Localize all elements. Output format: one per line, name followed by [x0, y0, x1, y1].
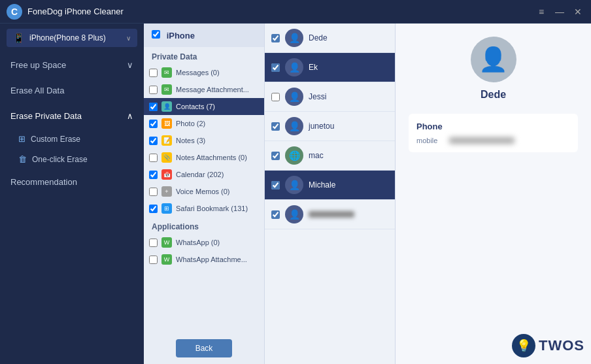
back-button[interactable]: Back [176, 339, 233, 357]
contact-ek-checkbox[interactable] [271, 63, 280, 72]
file-items-scroll: Private Data ✉ Messages (0) ✉ Message At… [144, 47, 264, 333]
chevron-down-icon: ∨ [126, 35, 131, 42]
file-panel-wrapper: iPhone Private Data ✉ Messages (0) ✉ Mes… [144, 24, 264, 364]
file-item-messages[interactable]: ✉ Messages (0) [144, 64, 264, 81]
sidebar-label: Recommendation [10, 177, 77, 187]
notes-icon: 📝 [161, 135, 172, 146]
calendar-checkbox[interactable] [149, 171, 158, 179]
safari-icon: ⊞ [161, 203, 172, 214]
voice-memos-checkbox[interactable] [149, 188, 158, 196]
voice-memos-icon: + [161, 186, 172, 197]
contact-ek-avatar: 👤 [285, 58, 303, 76]
contact-item-jessi[interactable]: 👤 Jessi [265, 82, 395, 112]
sidebar-item-erase-private[interactable]: Erase Private Data ∧ [0, 103, 144, 129]
chevron-icon: ∨ [127, 60, 133, 70]
contact-blurred-name [309, 211, 354, 218]
sidebar-item-recommendation[interactable]: Recommendation [0, 169, 144, 195]
file-panel-header: iPhone [144, 24, 264, 47]
file-item-voice-memos[interactable]: + Voice Memos (0) [144, 183, 264, 200]
contacts-panel: 👤 Dede 👤 Ek 👤 Jessi 👤 junetou [265, 24, 396, 364]
whatsapp-attachment-checkbox[interactable] [149, 256, 158, 264]
message-attachment-checkbox[interactable] [149, 86, 158, 94]
file-item-whatsapp[interactable]: W WhatsApp (0) [144, 234, 264, 251]
safari-checkbox[interactable] [149, 205, 158, 213]
detail-mobile-label: mobile [416, 137, 443, 144]
contact-michale-name: Michale [309, 180, 335, 190]
contact-junetou-checkbox[interactable] [271, 122, 280, 131]
device-name: iPhone(Phone 8 Plus) [29, 33, 121, 42]
contact-jessi-checkbox[interactable] [271, 93, 280, 101]
contact-item-mac[interactable]: 🌐 mac [265, 141, 395, 171]
grid-icon: ⊞ [18, 134, 25, 144]
contact-michale-checkbox[interactable] [271, 181, 280, 190]
contact-item-dede[interactable]: 👤 Dede [265, 24, 395, 53]
file-item-safari-bookmark[interactable]: ⊞ Safari Bookmark (131) [144, 200, 264, 217]
close-button[interactable]: ✕ [571, 5, 584, 18]
message-attachment-icon: ✉ [161, 84, 172, 95]
contact-junetou-name: junetou [309, 122, 334, 131]
sidebar-item-custom-erase[interactable]: ⊞ Custom Erase [0, 129, 144, 149]
contact-item-michale[interactable]: 👤 Michale [265, 171, 395, 200]
file-item-photo[interactable]: 🖼 Photo (2) [144, 115, 264, 132]
notes-checkbox[interactable] [149, 137, 158, 145]
file-item-notes-attachments[interactable]: 📎 Notes Attachments (0) [144, 149, 264, 166]
app-name: FoneDog iPhone Cleaner [27, 7, 535, 16]
messages-icon: ✉ [161, 67, 172, 78]
contact-ek-name: Ek [309, 63, 318, 72]
menu-button[interactable]: ≡ [535, 5, 548, 18]
main-layout: 📱 iPhone(Phone 8 Plus) ∨ Free up Space ∨… [0, 24, 591, 364]
watermark-text: TWOS [539, 337, 584, 354]
file-item-message-attachment[interactable]: ✉ Message Attachment... [144, 81, 264, 98]
title-bar: C FoneDog iPhone Cleaner ≡ — ✕ [0, 0, 591, 24]
contact-blurred-avatar: 👤 [285, 205, 303, 223]
sidebar-item-free-space[interactable]: Free up Space ∨ [0, 52, 144, 78]
sidebar-item-oneclick-erase[interactable]: 🗑 One-click Erase [0, 149, 144, 169]
file-item-whatsapp-attachment[interactable]: W WhatsApp Attachme... [144, 251, 264, 268]
device-selector[interactable]: 📱 iPhone(Phone 8 Plus) ∨ [7, 29, 137, 47]
contact-blurred-checkbox[interactable] [271, 210, 280, 219]
detail-mobile-field: mobile [416, 137, 570, 144]
whatsapp-checkbox[interactable] [149, 239, 158, 247]
file-item-calendar[interactable]: 📅 Calendar (202) [144, 166, 264, 183]
whatsapp-attachment-icon: W [161, 254, 172, 265]
contact-item-ek[interactable]: 👤 Ek [265, 53, 395, 82]
contact-jessi-name: Jessi [309, 92, 326, 101]
contacts-icon: 👤 [161, 101, 172, 112]
sidebar-item-erase-all[interactable]: Erase All Data [0, 78, 144, 103]
sidebar-label: Erase Private Data [10, 111, 82, 121]
file-item-notes[interactable]: 📝 Notes (3) [144, 132, 264, 149]
detail-name: Dede [481, 89, 506, 101]
sidebar-label: Erase All Data [10, 86, 64, 95]
contact-dede-checkbox[interactable] [271, 34, 280, 42]
notes-attachment-icon: 📎 [161, 152, 172, 163]
back-button-area: Back [144, 333, 264, 364]
contact-mac-checkbox[interactable] [271, 152, 280, 160]
device-icon: 📱 [13, 33, 24, 43]
contact-item-blurred[interactable]: 👤 [265, 200, 395, 229]
detail-section-phone: Phone mobile [409, 114, 578, 152]
contact-mac-name: mac [309, 151, 324, 160]
content-area: iPhone Private Data ✉ Messages (0) ✉ Mes… [144, 24, 591, 364]
photo-icon: 🖼 [161, 118, 172, 129]
detail-avatar: 👤 [471, 37, 516, 82]
minimize-button[interactable]: — [553, 5, 566, 18]
detail-mobile-value [449, 137, 515, 144]
detail-panel: 👤 Dede Phone mobile [396, 24, 591, 364]
contact-dede-avatar: 👤 [285, 29, 303, 47]
contact-item-junetou[interactable]: 👤 junetou [265, 112, 395, 141]
iphone-select-all-checkbox[interactable] [152, 30, 160, 39]
file-item-contacts[interactable]: 👤 Contacts (7) [144, 98, 264, 115]
notes-attachments-checkbox[interactable] [149, 154, 158, 162]
file-panel: iPhone Private Data ✉ Messages (0) ✉ Mes… [144, 24, 265, 364]
contact-junetou-avatar: 👤 [285, 117, 303, 135]
whatsapp-icon: W [161, 237, 172, 248]
contact-dede-name: Dede [309, 33, 328, 42]
sidebar: 📱 iPhone(Phone 8 Plus) ∨ Free up Space ∨… [0, 24, 144, 364]
messages-checkbox[interactable] [149, 69, 158, 77]
contacts-checkbox[interactable] [149, 103, 158, 111]
sidebar-label: Free up Space [10, 60, 66, 70]
private-data-section-title: Private Data [144, 47, 264, 64]
applications-section-title: Applications [144, 217, 264, 234]
photo-checkbox[interactable] [149, 120, 158, 128]
calendar-icon: 📅 [161, 169, 172, 180]
